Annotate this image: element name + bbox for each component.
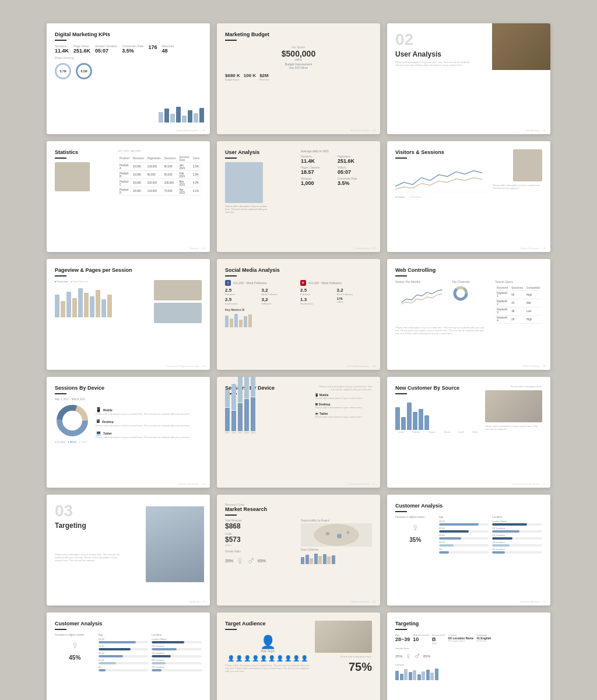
world-map [301,523,372,547]
ca2-right: Location London Name XX Location XX Loca… [152,634,202,673]
slide-market-research: Research Data Market Research Total Reve… [217,495,380,606]
age-25-34: 25-34 [439,527,489,533]
loc2-3: XX Location [152,652,202,657]
footer-6: Visitors & Sessions — 06 [519,247,546,250]
targeting-img-placeholder [146,506,204,582]
audience-figures: 👤 👤 👤 👤 👤 👤 👤 👤 👤 👤 [225,655,310,662]
pin-header: P 411,200 - Word Followers [300,280,372,286]
slide-customer-analysis-2: Customer Analysis Females in digital mar… [47,612,210,700]
loc-london: London Name [492,520,542,526]
age-18-24: 18-24 [439,520,489,526]
desktop-desc: 🖥 Desktop Please add a description of yo… [96,419,202,427]
pin-metric-3: 1.3 Impressions [300,297,336,305]
fb-metric-4: 3,2 Followers [262,297,297,305]
nc-layout: New Customer By Source Direct Referral O… [395,385,542,433]
ua-stats: Sessions 11.4K Pageviews 251.6K Pages / … [301,155,372,186]
statistics-layout: Statistics 2017-2021 - April 2021 Produc… [55,149,202,195]
slide-18-underline [395,629,407,630]
slide-social-media: Social Media Analysis f 411,200 - Word F… [217,259,380,370]
slide-6-title: Visitors & Sessions [395,149,488,155]
donut-chart: ● Desktop ● Mobile ● Tablet [55,403,90,443]
slide-4-title: Statistics [55,149,113,155]
slide-statistics: Statistics 2017-2021 - April 2021 Produc… [47,141,210,252]
web-desc: Please add a description of your content… [395,326,489,335]
stat-100k: 100 K [244,73,256,81]
sbd2-right: Please add a description of your content… [315,385,372,434]
slide-visitors-sessions: Visitors & Sessions ● Visitors ● Session… [387,141,550,252]
slide-1-kpi-row: Sessions 11.4K Page Views 251.6K Session… [55,44,202,54]
nc-text: Please add a description of your content… [485,425,542,430]
fb-header: f 411,200 - Word Followers [225,280,297,286]
slide-1-underline [55,40,66,41]
donut-legend: ● Desktop ● Mobile ● Tablet [55,440,90,443]
facebook-icon: f [225,280,231,286]
pageview-img1 [154,280,202,300]
ta-image [315,621,372,653]
slide-grid: Digital Marketing KPIs Sessions 11.4K Pa… [23,0,574,700]
table-row: Product C25,000150,000100,000Mar 20214.2… [118,179,202,187]
circle-container: 5.7M 8.2M [55,63,202,79]
kpi-duration: Session Duration 05:07 [95,44,117,54]
female-pct-2: 45% [55,654,95,661]
pin-metric-4: 176 million [337,297,373,305]
loc-4: XX Location [492,541,542,547]
mr-small-bars [301,552,372,564]
footer-8: Social Media Analysis — 08 [347,365,375,368]
slide-target-audience: Target Audience 👤 Main Target 👤 👤 👤 👤 👤 … [217,612,380,700]
loc-2: XX Location [492,527,542,533]
t-ethnicity: Ethnicity [395,663,542,680]
stat-pageviews: Pageviews 251.6K [338,155,372,164]
search-row: Keyword 338Low [495,307,542,315]
vs-right: Please add a description of your content… [493,149,542,198]
female-market-2: Females in digital market [55,634,95,636]
slide-2-title: Marketing Budget [225,32,372,37]
svg-point-8 [326,532,329,536]
image-placeholder [492,23,550,70]
budget-million: million [225,58,372,61]
targeting-desc: Please add a description of your content… [55,553,125,562]
device-layout: ● Desktop ● Mobile ● Tablet 📱 Mobile Ple… [55,403,202,443]
ua-right: Average daily in 2021 Sessions 11.4K Pag… [301,149,372,214]
slide-customer-analysis-1: Customer Analysis Females in digital mar… [387,495,550,606]
stats-image [55,162,90,191]
mr-layout: Total Revenue $868 Costs $573 million Ge… [225,519,372,568]
facebook-section: f 411,200 - Word Followers 2.5 Followers… [225,280,297,305]
slide-new-customer: New Customer By Source Direct Referral O… [387,377,550,488]
nc-left: New Customer By Source Direct Referral O… [395,385,480,433]
stats-right: 2017-2021 - April 2021 Product Revenue P… [118,149,202,195]
deep-learning-label: Deep Learning [55,56,202,60]
slide-8-title: Social Media Analysis [225,267,372,273]
kpi-returned: Returned 48 [161,44,174,54]
t-language: Language #1 English #2 French [476,634,491,645]
mobile-info: 📱 Mobile Please add a description of you… [315,393,372,400]
vs-image [513,149,542,181]
female-figure-2: ♀ [55,639,95,652]
age2-35-44: 35-44 [99,652,149,657]
slide-targeting-section: 03 Targeting Please add a description of… [47,495,210,606]
slide-6-underline [395,158,407,159]
slide-14-underline [225,514,237,516]
slide-sessions-device-1: Sessions By Device May 1, 2017 - March 2… [47,377,210,488]
ca1-middle: Age 18-24 25-34 35-44 45-54 [439,516,489,555]
tablet-info: 💻 Tablet Please add a description of you… [315,412,372,418]
circle-1: 5.7M [55,63,71,79]
vs-left: Visitors & Sessions ● Visitors ● Session… [395,149,488,198]
age-35-44: 35-44 [439,534,489,540]
user-analysis-image [492,23,550,70]
female-pct: 35% [395,537,436,543]
slide-user-analysis-data: User Analysis Please add a description o… [217,141,380,252]
age2-45-54: 45-54 [99,659,149,664]
footer-2: Marketing Budget — 02 [351,129,375,132]
t-location: Location XX Location Name XX Location Na… [448,634,473,645]
budget-target: Say 50% More [225,66,372,69]
slide-pageview: Pageview & Pages per Session ■ Pageviews… [47,259,210,370]
ta-left: Target Audience 👤 Main Target 👤 👤 👤 👤 👤 … [225,621,310,674]
nc-labels: Direct Referral Organic Social Email Oth… [395,431,480,433]
mr-left: Total Revenue $868 Costs $573 million Ge… [225,519,296,568]
slide-5-underline [225,158,237,159]
fb-metrics: 2.5 Followers 3,2 Word Followers 2.5 Imp… [225,288,297,305]
kpi-conversion: Conversion Rate 3.5% [122,44,143,54]
fb-followers: 411,200 - Word Followers [233,281,266,285]
fb-metric-1: 2.5 Followers [225,288,261,296]
budget-stats: $680 K Budget Spent 100 K $2M Revenue [225,73,372,81]
